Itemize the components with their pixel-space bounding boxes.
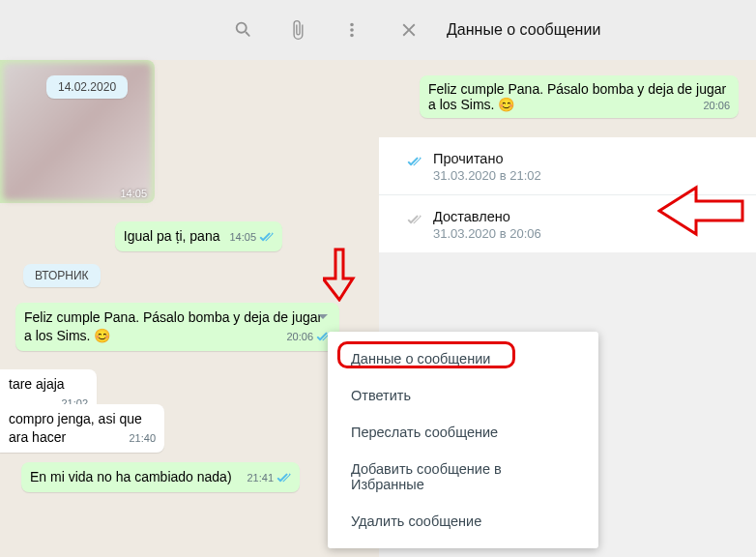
menu-icon[interactable]: [333, 11, 371, 49]
chevron-down-icon[interactable]: [314, 308, 332, 331]
message-out[interactable]: Igual pa ți, pana 14:05: [115, 221, 282, 251]
message-text: compro jenga, asi que ara hacer: [9, 411, 142, 445]
message-out[interactable]: En mi vida no ha cambiado nada) 21:41: [21, 462, 300, 492]
status-time: 31.03.2020 в 21:02: [433, 168, 541, 183]
delivered-ticks-icon: [406, 212, 422, 229]
message-in[interactable]: compro jenga, asi que ara hacer 21:40: [0, 404, 164, 453]
message-time: 14:05: [229, 230, 256, 245]
message-out[interactable]: Feliz cumple Pana. Pásalo bomba y deja d…: [15, 303, 339, 351]
close-icon[interactable]: [396, 17, 422, 43]
read-ticks-icon: [258, 232, 274, 243]
message-text: Feliz cumple Pana. Pásalo bomba y deja d…: [428, 81, 726, 112]
menu-item-star[interactable]: Добавить сообщение в Избранные: [328, 451, 598, 503]
info-header: Данные о сообщении: [379, 0, 756, 60]
status-time: 31.03.2020 в 20:06: [433, 226, 541, 241]
message-text: En mi vida no ha cambiado nada): [30, 469, 232, 484]
date-badge: 14.02.2020: [46, 75, 128, 99]
message-time: 21:40: [129, 431, 156, 446]
annotation-highlight: [337, 341, 515, 368]
message-text: Feliz cumple Pana. Pásalo bomba y deja d…: [24, 309, 322, 343]
info-message-preview: Feliz cumple Pana. Pásalo bomba y deja d…: [379, 60, 756, 137]
status-label: Прочитано: [433, 151, 541, 166]
date-badge: ВТОРНИК: [23, 264, 101, 287]
media-time: 14:05: [120, 188, 147, 199]
annotation-arrow-down: [323, 248, 356, 306]
attach-icon[interactable]: [278, 11, 317, 49]
status-label: Доставлено: [433, 209, 541, 224]
message-time: 20:06: [286, 330, 313, 344]
read-ticks-icon: [276, 473, 291, 484]
read-ticks-icon: [406, 154, 422, 171]
message-text: tare ajaja: [9, 376, 65, 392]
message-time: 21:41: [247, 471, 274, 485]
menu-item-delete[interactable]: Удалить сообщение: [328, 503, 598, 540]
search-icon[interactable]: [224, 11, 263, 49]
annotation-arrow-left: [657, 184, 744, 242]
message-out: Feliz cumple Pana. Pásalo bomba y deja d…: [420, 75, 739, 118]
menu-item-reply[interactable]: Ответить: [328, 377, 598, 414]
message-time: 20:06: [703, 100, 730, 111]
chat-header: [0, 0, 379, 60]
info-title: Данные о сообщении: [447, 21, 600, 39]
message-text: Igual pa ți, pana: [124, 228, 220, 244]
menu-item-forward[interactable]: Переслать сообщение: [328, 414, 598, 451]
